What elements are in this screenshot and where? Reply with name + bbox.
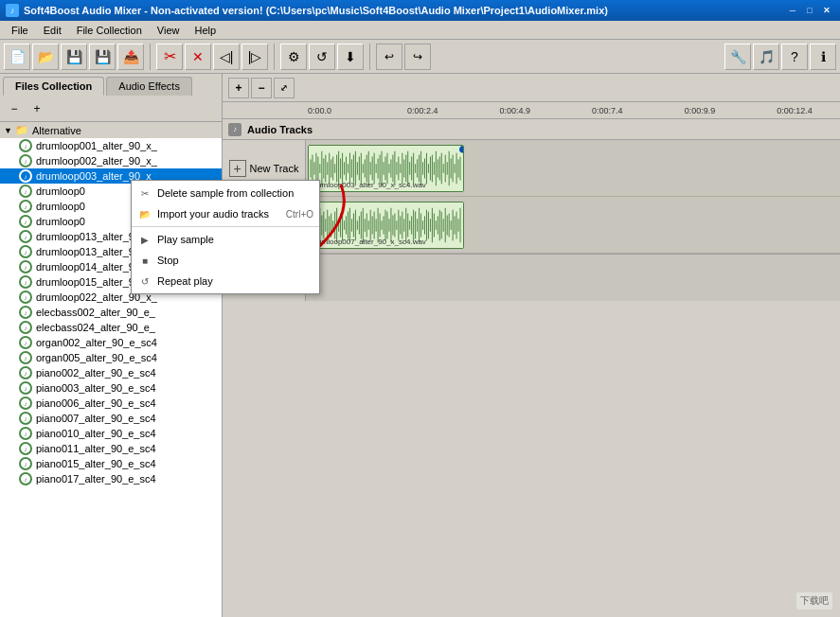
- file-icon: ♪: [19, 336, 32, 349]
- file-name: piano002_alter_90_e_sc4: [36, 367, 156, 379]
- tab-files-collection[interactable]: Files Collection: [3, 77, 104, 96]
- track-content-1[interactable]: drumloop003_alter_90_x_sc4.wav: [306, 140, 840, 196]
- file-name: drumloop0: [36, 216, 85, 227]
- maximize-button[interactable]: □: [802, 4, 817, 17]
- context-menu: ✂ Delete sample from collection 📂 Import…: [131, 180, 320, 294]
- menu-view[interactable]: View: [150, 23, 188, 38]
- ctx-stop[interactable]: ■ Stop: [132, 250, 319, 271]
- file-name: drumloop001_alter_90_x_: [36, 140, 157, 151]
- new-track-text: New Track: [250, 163, 299, 174]
- ctx-repeat-play[interactable]: ↺ Repeat play: [132, 271, 319, 291]
- track-content-2[interactable]: drumloop007_alter_90_x_sc4.wav: [306, 197, 840, 253]
- list-item[interactable]: ♪ drumloop002_alter_90_x_: [0, 153, 222, 168]
- ruler-mark: 0:00:9.9: [685, 106, 716, 115]
- scissors-icon: ✂: [137, 185, 152, 201]
- list-item[interactable]: ♪ piano007_alter_90_e_sc4: [0, 411, 222, 426]
- menu-file[interactable]: File: [4, 23, 36, 38]
- stop-icon: ■: [137, 253, 152, 268]
- list-item[interactable]: ♪ elecbass024_alter_90_e_: [0, 320, 222, 335]
- list-item[interactable]: ♪ drumloop001_alter_90_x_: [0, 138, 222, 153]
- play-icon: ▶: [137, 232, 152, 247]
- about-button[interactable]: ℹ: [810, 44, 836, 70]
- file-icon: ♪: [19, 321, 32, 334]
- effect2-button[interactable]: ↺: [309, 44, 335, 70]
- clip-label-2: drumloop007_alter_90_x_sc4.wav: [311, 238, 426, 246]
- menu-edit[interactable]: Edit: [36, 23, 69, 38]
- settings-button[interactable]: 🔧: [724, 44, 751, 70]
- file-name: piano015_alter_90_e_sc4: [36, 458, 156, 469]
- ctx-separator-1: [132, 226, 319, 227]
- import-icon: 📂: [137, 206, 152, 221]
- tab-audio-effects[interactable]: Audio Effects: [106, 77, 192, 96]
- ctx-delete-sample[interactable]: ✂ Delete sample from collection: [132, 183, 319, 203]
- file-icon: ♪: [19, 215, 32, 228]
- toolbar-sep-2: [274, 44, 275, 70]
- window-title: Soft4Boost Audio Mixer - Non-activated v…: [24, 5, 608, 16]
- delete-button[interactable]: ✕: [185, 44, 211, 70]
- toolbar: 📄 📂 💾 💾 📤 ✂ ✕ ◁| |▷ ⚙ ↺ ⬇ ↩ ↪ 🔧 🎵 ? ℹ: [0, 40, 840, 74]
- tree-root: ▼ 📁 Alternative: [0, 122, 222, 138]
- trim-left-button[interactable]: ◁|: [213, 44, 240, 70]
- zoom-out-button[interactable]: −: [251, 78, 272, 98]
- file-name: piano011_alter_90_e_sc4: [36, 443, 156, 454]
- ctx-play-sample[interactable]: ▶ Play sample: [132, 229, 319, 250]
- file-name: piano017_alter_90_e_sc4: [36, 473, 156, 485]
- list-item[interactable]: ♪ piano003_alter_90_e_sc4: [0, 380, 222, 396]
- waveform-clip-2[interactable]: drumloop007_alter_90_x_sc4.wav: [308, 202, 464, 249]
- new-track-button[interactable]: + New Track: [229, 160, 299, 177]
- list-item[interactable]: ♪ elecbass002_alter_90_e_: [0, 305, 222, 320]
- ctx-import[interactable]: 📂 Import your audio tracks Ctrl+O: [132, 203, 319, 224]
- audio-button[interactable]: 🎵: [753, 44, 779, 70]
- file-icon: ♪: [19, 472, 32, 485]
- toolbar-sep-1: [150, 44, 151, 70]
- ctx-delete-label: Delete sample from collection: [157, 187, 294, 199]
- close-button[interactable]: ✕: [819, 4, 834, 17]
- undo-button[interactable]: ↩: [376, 44, 402, 70]
- effects-content[interactable]: [306, 255, 840, 301]
- minimize-button[interactable]: ─: [785, 4, 800, 17]
- zoom-in-button[interactable]: +: [228, 78, 249, 98]
- save-button[interactable]: 💾: [61, 44, 87, 70]
- help-button[interactable]: ?: [781, 44, 808, 70]
- list-item[interactable]: ♪ organ005_alter_90_e_sc4: [0, 350, 222, 365]
- menu-file-collection[interactable]: File Collection: [69, 23, 150, 38]
- folder-icon: 📁: [15, 124, 28, 136]
- effect3-button[interactable]: ⬇: [337, 44, 364, 70]
- ruler-mark: 0:00.0: [308, 106, 331, 115]
- effect1-button[interactable]: ⚙: [280, 44, 307, 70]
- list-item[interactable]: ♪ piano006_alter_90_e_sc4: [0, 396, 222, 411]
- list-item[interactable]: ♪ organ002_alter_90_e_sc4: [0, 335, 222, 350]
- clip-label-1: drumloop003_alter_90_x_sc4.wav: [311, 181, 426, 189]
- list-item[interactable]: ♪ piano002_alter_90_e_sc4: [0, 365, 222, 380]
- file-name: elecbass002_alter_90_e_: [36, 307, 155, 318]
- list-item[interactable]: ♪ piano017_alter_90_e_sc4: [0, 471, 222, 486]
- list-item[interactable]: ♪ piano015_alter_90_e_sc4: [0, 456, 222, 471]
- open-file-button[interactable]: 📂: [32, 44, 59, 70]
- collapse-all-button[interactable]: −: [4, 98, 25, 119]
- menu-bar: File Edit File Collection View Help: [0, 21, 840, 40]
- ctx-import-label: Import your audio tracks: [157, 208, 269, 220]
- zoom-toolbar: + − ⤢: [223, 74, 840, 102]
- export-button[interactable]: 📤: [117, 44, 144, 70]
- save-as-button[interactable]: 💾: [89, 44, 116, 70]
- waveform-clip-1[interactable]: drumloop003_alter_90_x_sc4.wav: [308, 145, 464, 192]
- ruler-mark: 0:00:7.4: [592, 106, 623, 115]
- zoom-fit-button[interactable]: ⤢: [274, 78, 295, 98]
- file-icon: ♪: [19, 397, 32, 410]
- file-name: drumloop0: [36, 185, 85, 197]
- new-file-button[interactable]: 📄: [4, 44, 30, 70]
- file-name: drumloop0: [36, 201, 85, 212]
- redo-button[interactable]: ↪: [404, 44, 431, 70]
- ctx-repeat-label: Repeat play: [157, 275, 213, 287]
- list-item[interactable]: ♪ piano010_alter_90_e_sc4: [0, 426, 222, 441]
- list-item[interactable]: ♪ piano011_alter_90_e_sc4: [0, 441, 222, 456]
- menu-help[interactable]: Help: [187, 23, 223, 38]
- trim-right-button[interactable]: |▷: [241, 44, 268, 70]
- ctx-play-label: Play sample: [157, 234, 214, 245]
- right-panel: + − ⤢ 0:00.0 0:00:2.4 0:00:4.9 0:00:7.4 …: [223, 74, 840, 617]
- expand-all-button[interactable]: +: [27, 98, 47, 119]
- file-icon: ♪: [19, 245, 32, 258]
- cut-button[interactable]: ✂: [156, 44, 183, 70]
- file-icon: ♪: [19, 275, 32, 289]
- audio-tracks-header: ♪ Audio Tracks: [223, 119, 840, 140]
